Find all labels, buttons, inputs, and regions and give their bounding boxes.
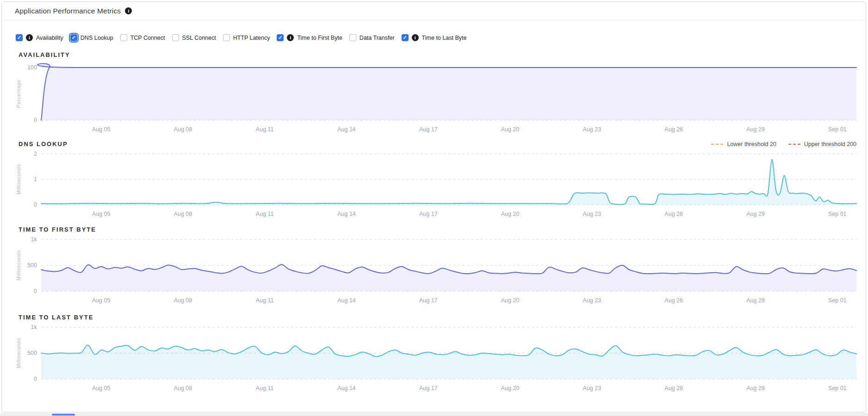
horizontal-scrollbar-thumb[interactable] bbox=[52, 414, 75, 416]
svg-text:Aug 11: Aug 11 bbox=[256, 211, 274, 217]
metric-label: SSL Connect bbox=[182, 35, 216, 41]
legend-lower-threshold: Lower threshold 20 bbox=[711, 141, 776, 147]
svg-text:Aug 14: Aug 14 bbox=[337, 211, 356, 217]
svg-text:Aug 29: Aug 29 bbox=[746, 211, 765, 217]
chart-section-dns-lookup: DNS LOOKUP Lower threshold 20 Upper thre… bbox=[2, 141, 866, 221]
svg-text:Aug 26: Aug 26 bbox=[664, 385, 683, 392]
svg-text:Aug 05: Aug 05 bbox=[92, 297, 111, 304]
svg-text:Aug 14: Aug 14 bbox=[337, 126, 356, 133]
svg-text:Sep 01: Sep 01 bbox=[828, 385, 847, 392]
checkbox-availability[interactable]: ✓ bbox=[16, 34, 23, 41]
svg-text:Aug 29: Aug 29 bbox=[746, 297, 765, 304]
info-icon[interactable]: i bbox=[412, 34, 419, 41]
svg-text:Aug 17: Aug 17 bbox=[419, 297, 438, 304]
horizontal-scrollbar[interactable] bbox=[0, 413, 868, 416]
svg-text:Aug 17: Aug 17 bbox=[419, 385, 438, 392]
svg-text:Milliseconds: Milliseconds bbox=[16, 338, 21, 368]
lower-threshold-dash-icon bbox=[711, 144, 723, 145]
page-title: Application Performance Metrics bbox=[15, 7, 121, 15]
svg-text:0: 0 bbox=[34, 117, 37, 123]
checkbox-time-to-last-byte[interactable]: ✓ bbox=[402, 34, 409, 41]
metric-toggle-data-transfer[interactable]: Data Transfer bbox=[349, 34, 395, 41]
svg-text:Aug 11: Aug 11 bbox=[256, 297, 274, 304]
svg-text:Aug 26: Aug 26 bbox=[664, 297, 683, 304]
svg-text:Aug 23: Aug 23 bbox=[583, 297, 601, 304]
lower-threshold-label: Lower threshold 20 bbox=[727, 141, 776, 147]
svg-text:Aug 23: Aug 23 bbox=[583, 126, 601, 133]
svg-text:500: 500 bbox=[27, 262, 37, 269]
metric-toggle-time-to-first-byte[interactable]: ✓iTime to First Byte bbox=[277, 34, 342, 41]
metric-label: Time to Last Byte bbox=[422, 35, 467, 41]
metric-label: DNS Lookup bbox=[81, 35, 113, 41]
section-title-time-to-last-byte: TIME TO LAST BYTE bbox=[19, 314, 93, 321]
metric-toggle-dns-lookup[interactable]: ✓DNS Lookup bbox=[70, 34, 113, 41]
checkbox-data-transfer[interactable] bbox=[349, 34, 356, 41]
time-to-last-byte-chart: 1k5000MillisecondsAug 05Aug 08Aug 11Aug … bbox=[2, 321, 866, 397]
metrics-panel: Application Performance Metrics i ✓iAvai… bbox=[1, 1, 866, 412]
time-to-first-byte-chart: 1k5000MillisecondsAug 05Aug 08Aug 11Aug … bbox=[2, 233, 866, 309]
svg-text:Aug 20: Aug 20 bbox=[501, 126, 520, 133]
svg-text:0: 0 bbox=[34, 202, 37, 208]
svg-text:Sep 01: Sep 01 bbox=[828, 126, 847, 133]
metric-toggle-availability[interactable]: ✓iAvailability bbox=[16, 34, 63, 41]
svg-text:1: 1 bbox=[34, 176, 37, 183]
section-title-availability: AVAILABILITY bbox=[19, 51, 70, 58]
svg-text:Aug 20: Aug 20 bbox=[501, 385, 520, 392]
metric-label: TCP Connect bbox=[130, 35, 165, 41]
svg-text:Aug 29: Aug 29 bbox=[746, 385, 765, 392]
section-title-dns-lookup: DNS LOOKUP bbox=[19, 141, 68, 147]
svg-text:1k: 1k bbox=[31, 324, 37, 330]
metric-label: Time to First Byte bbox=[297, 35, 342, 41]
metric-toggle-time-to-last-byte[interactable]: ✓iTime to Last Byte bbox=[402, 34, 467, 41]
svg-text:Aug 23: Aug 23 bbox=[583, 385, 601, 392]
info-icon[interactable]: i bbox=[125, 7, 132, 14]
svg-text:Aug 29: Aug 29 bbox=[746, 126, 765, 133]
svg-text:Aug 14: Aug 14 bbox=[337, 385, 356, 392]
checkbox-tcp-connect[interactable] bbox=[120, 34, 127, 41]
svg-text:100: 100 bbox=[27, 64, 37, 71]
metric-toggle-tcp-connect[interactable]: TCP Connect bbox=[120, 34, 165, 41]
availability-chart: 1000PercentageAug 05Aug 08Aug 11Aug 14Au… bbox=[2, 58, 866, 137]
metric-toggle-http-latency[interactable]: HTTP Latency bbox=[223, 34, 270, 41]
svg-text:Aug 14: Aug 14 bbox=[337, 297, 356, 304]
svg-text:Aug 05: Aug 05 bbox=[92, 211, 111, 217]
svg-text:0: 0 bbox=[34, 288, 37, 294]
svg-text:Aug 26: Aug 26 bbox=[664, 211, 683, 217]
svg-text:Aug 11: Aug 11 bbox=[256, 126, 274, 133]
upper-threshold-label: Upper threshold 200 bbox=[804, 141, 856, 147]
chart-section-time-to-last-byte: TIME TO LAST BYTE 1k5000MillisecondsAug … bbox=[2, 314, 866, 397]
svg-text:Aug 08: Aug 08 bbox=[174, 126, 192, 133]
metric-toggle-bar: ✓iAvailability✓DNS LookupTCP ConnectSSL … bbox=[2, 20, 866, 46]
legend-upper-threshold: Upper threshold 200 bbox=[788, 141, 856, 147]
svg-text:1k: 1k bbox=[31, 236, 37, 243]
svg-text:Aug 17: Aug 17 bbox=[419, 211, 438, 217]
threshold-legend: Lower threshold 20 Upper threshold 200 bbox=[711, 141, 856, 147]
svg-text:Aug 20: Aug 20 bbox=[501, 211, 520, 217]
svg-text:Aug 08: Aug 08 bbox=[174, 297, 192, 304]
checkbox-http-latency[interactable] bbox=[223, 34, 230, 41]
metric-toggle-ssl-connect[interactable]: SSL Connect bbox=[172, 34, 216, 41]
metric-label: Data Transfer bbox=[360, 35, 395, 41]
svg-text:Aug 05: Aug 05 bbox=[92, 385, 111, 392]
svg-text:0: 0 bbox=[34, 376, 37, 382]
svg-text:Aug 08: Aug 08 bbox=[174, 385, 192, 392]
svg-text:Milliseconds: Milliseconds bbox=[16, 250, 21, 281]
svg-text:Aug 08: Aug 08 bbox=[174, 211, 192, 217]
svg-text:2: 2 bbox=[34, 151, 37, 157]
svg-text:Sep 01: Sep 01 bbox=[828, 211, 847, 217]
info-icon[interactable]: i bbox=[26, 34, 33, 41]
chart-section-availability: AVAILABILITY 1000PercentageAug 05Aug 08A… bbox=[2, 51, 866, 137]
svg-text:Sep 01: Sep 01 bbox=[828, 297, 847, 304]
svg-text:Percentage: Percentage bbox=[16, 80, 21, 108]
chart-section-time-to-first-byte: TIME TO FIRST BYTE 1k5000MillisecondsAug… bbox=[2, 226, 866, 309]
checkbox-ssl-connect[interactable] bbox=[172, 34, 179, 41]
section-title-time-to-first-byte: TIME TO FIRST BYTE bbox=[19, 226, 96, 233]
svg-text:Aug 17: Aug 17 bbox=[419, 126, 438, 133]
svg-text:Aug 05: Aug 05 bbox=[92, 126, 111, 133]
info-icon[interactable]: i bbox=[287, 34, 294, 41]
checkbox-dns-lookup[interactable]: ✓ bbox=[70, 34, 77, 41]
svg-text:Aug 26: Aug 26 bbox=[664, 126, 683, 133]
checkbox-time-to-first-byte[interactable]: ✓ bbox=[277, 34, 284, 41]
panel-header: Application Performance Metrics i bbox=[2, 2, 866, 20]
svg-text:Milliseconds: Milliseconds bbox=[16, 164, 21, 195]
